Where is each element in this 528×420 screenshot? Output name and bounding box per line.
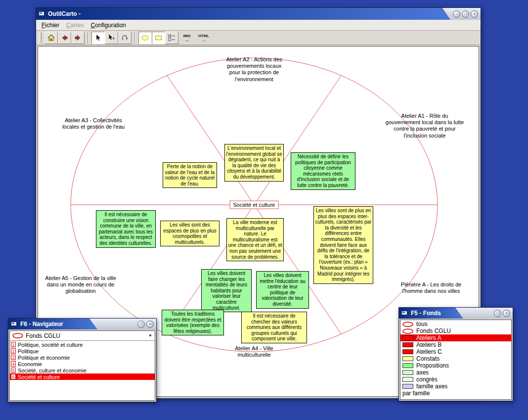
toolbar-handle[interactable] [39,33,42,43]
fonds-item[interactable]: Ateliers C [400,348,511,355]
green-arrow-icon: → [201,38,207,42]
navigator-item[interactable]: 5Société, culture et économie [10,367,155,373]
map-note[interactable]: Nécessité de définir les politiques de p… [291,152,355,190]
navigator-title-tab[interactable]: F6 - Navigateur [8,319,97,329]
toggle-ellipses-button[interactable] [138,32,152,44]
map-note[interactable]: L'environnement local et l'environnement… [224,144,284,182]
export-img-button[interactable]: IMG→ [178,32,195,44]
fonds-content: tousFonds CGLUAteliers AAteliers BAtelie… [400,320,512,400]
navigator-item[interactable]: 3Politique et économie [10,354,155,361]
fonds-ellipse-icon [12,333,23,338]
map-note[interactable]: Les villes sont de plus en plus des espa… [313,206,373,284]
fonds-item[interactable]: par famille [400,390,511,397]
map-note[interactable]: Perte de la notion de valeur de l'eau et… [163,162,217,188]
menu-configuration[interactable]: Configuration [87,21,129,30]
main-title-tab[interactable]: OutilCarto - [36,8,450,20]
item-label: Economie [18,361,42,367]
item-label: Société et culture [18,374,60,380]
fonds-item[interactable]: tous [400,321,511,327]
fonds-item[interactable]: Fonds CGLU [400,327,511,334]
toggle-list-button[interactable] [165,32,178,44]
fonds-window-title: F5 - Fonds [411,310,441,317]
item-label: Fonds CGLU [416,327,451,334]
main-titlebar[interactable]: OutilCarto - –□× [36,8,481,20]
fonds-item[interactable]: Ateliers B [400,341,511,348]
red-arrow-icon: → [184,38,190,42]
fonds-item[interactable]: Propositions [400,362,511,369]
fonds-item[interactable]: famille axes [400,383,511,390]
fonds-item[interactable]: Constats [400,355,511,362]
select-tool-button[interactable] [91,32,105,44]
item-number-badge: 1 [11,342,16,347]
fonds-titlebar-buttons: □× [491,308,513,319]
fonds-item[interactable]: congrès [400,376,511,383]
fonds-swatch-icon [402,377,413,382]
fonds-item[interactable]: Ateliers A [400,334,511,341]
map-note[interactable]: Toutes les traditions doivent être respe… [162,310,224,335]
item-label: Propositions [416,362,449,369]
combo-dropdown-arrow-icon[interactable]: ▼ [148,333,152,338]
back-button[interactable] [58,32,71,44]
minimize-button[interactable]: – [453,10,460,18]
sector-label-a1[interactable]: Atelier A1 - Rôle du gouvernement local … [384,113,466,139]
navigator-window-title: F6 - Navigateur [20,321,63,327]
fonds-ellipse-icon [402,328,413,334]
map-note[interactable]: Les villes sont des espaces de plus en p… [160,221,220,246]
app-window-icon [39,11,45,17]
maximize-button[interactable]: □ [494,310,501,317]
maximize-button[interactable]: □ [462,10,469,18]
fonds-window-icon [401,310,408,317]
map-note[interactable]: La ville moderne est multiculturelle par… [226,218,284,261]
navigator-titlebar-buttons: □× [135,319,156,329]
home-button[interactable] [44,32,58,44]
toolbar: IMG→HTML→ [36,31,481,45]
fonds-swatch-icon [402,349,413,354]
sector-label-a5[interactable]: Atelier A5 - Gestion de la ville dans un… [41,275,120,295]
item-label: Constats [416,355,440,362]
sector-label-a2[interactable]: Atelier A2 - Actions des gouvernements l… [223,56,285,83]
fonds-combobox[interactable]: Fonds CGLU ▼ [10,331,155,341]
menu-fichier[interactable]: Fichier [38,21,63,30]
map-note[interactable]: Les villes doivent mettre l'éducation au… [256,271,309,309]
item-label: Ateliers A [416,334,441,341]
map-note[interactable]: Il est nécessaire de construire une visi… [96,210,156,248]
navigator-item[interactable]: 1Politique, société et culture [10,341,155,348]
back-arrow-icon [60,34,69,42]
navigator-item[interactable]: 6Société et culture [10,373,155,380]
fonds-title-tab[interactable]: F5 - Fonds [399,308,463,319]
item-number-badge: 3 [11,355,16,360]
navigator-item[interactable]: 4Economie [10,361,155,367]
item-label: Ateliers B [416,341,441,348]
edit-tool-button[interactable] [105,32,118,44]
yellow-note-icon [154,34,163,42]
fonds-item[interactable]: axes [400,369,511,376]
toggle-notes-button[interactable] [152,32,165,44]
sector-label-a3[interactable]: Atelier A3 - Collectivités locales et ge… [56,117,131,130]
fonds-ellipse-icon [402,322,413,327]
close-button[interactable]: × [471,10,478,18]
close-button[interactable]: × [503,310,510,317]
fonds-swatch-icon [402,335,413,340]
fonds-swatch-icon [402,363,413,368]
map-note[interactable]: Les villes doivent faire changer les men… [201,269,252,312]
link-tool-button[interactable] [118,32,132,44]
item-number-badge: 5 [11,368,16,373]
map-center-node[interactable]: Société et culture [230,201,279,209]
sector-label-pleniere-a[interactable]: Plénière A - Les droits de l'homme dans … [392,281,471,294]
fonds-titlebar[interactable]: F5 - Fonds □× [399,308,513,319]
home-icon [47,34,55,42]
item-label: famille axes [416,383,447,390]
forward-button[interactable] [71,32,85,44]
navigator-item[interactable]: 2Politique [10,348,155,354]
sector-label-a4[interactable]: Atelier A4 - Ville multiculturelle [224,345,284,358]
main-titlebar-buttons: –□× [450,8,481,20]
pointer-icon [94,34,102,42]
export-html-button[interactable]: HTML→ [195,32,212,44]
maximize-button[interactable]: □ [137,321,145,328]
close-button[interactable]: × [146,321,154,328]
fonds-swatch-icon [402,342,413,347]
navigator-titlebar[interactable]: F6 - Navigateur □× [8,319,156,329]
item-number-badge: 6 [11,374,16,379]
item-label: par famille [402,390,430,397]
map-note[interactable]: Il est nécessaire de chercher des valeur… [241,312,307,343]
